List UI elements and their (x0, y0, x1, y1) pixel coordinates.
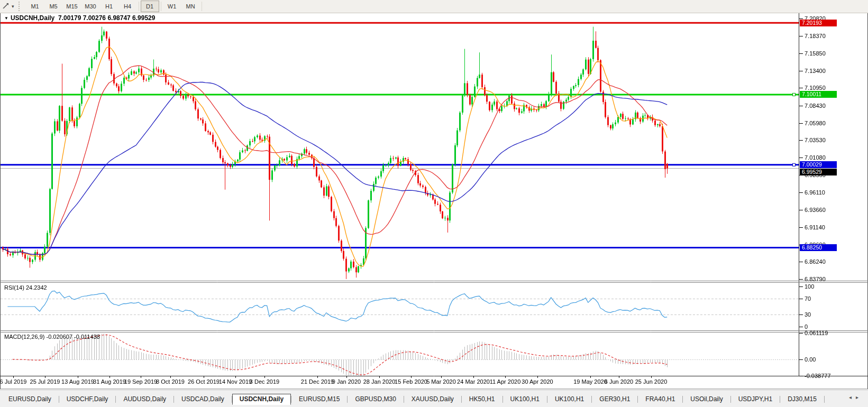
price-label-tag: 7.10011 (800, 91, 837, 98)
date-axis-label: 28 Jan 2020 (363, 378, 396, 385)
price-axis-tick: 6.83790 (805, 276, 852, 282)
date-axis-label: 25 Jul 2019 (30, 378, 60, 385)
price-axis-tick: 6.93660 (805, 207, 852, 213)
price-axis-tick: 7.03530 (805, 137, 852, 143)
timeframe-button-M1[interactable]: M1 (26, 1, 44, 12)
timeframe-button-M15[interactable]: M15 (63, 1, 81, 12)
tab-GBPUSD-M30[interactable]: GBPUSD,M30 (348, 394, 403, 404)
date-axis-label: 14 Nov 2019 (219, 378, 252, 385)
timeframe-button-D1[interactable]: D1 (141, 1, 159, 12)
price-axis-tick: 6.91140 (805, 224, 852, 230)
date-axis-label: 26 Oct 2019 (188, 378, 220, 385)
tab-EURUSD-Daily[interactable]: EURUSD,Daily (1, 394, 59, 404)
chart-window[interactable]: ▼USDCNH,Daily 7.00179 7.00276 6.98747 6.… (0, 13, 868, 389)
toolbar-separator (161, 2, 161, 11)
tab-USDCNH-Daily[interactable]: USDCNH,Daily (232, 394, 291, 405)
date-axis-label: 15 Feb 2020 (395, 378, 427, 385)
date-axis-label: 25 Jun 2020 (635, 378, 668, 385)
timeframe-button-H1[interactable]: H1 (100, 1, 118, 12)
tab-UK100-H1[interactable]: UK100,H1 (547, 394, 591, 404)
date-axis-label: 9 Jan 2020 (332, 378, 361, 385)
rsi-axis-tick: 70 (805, 295, 852, 302)
collapse-triangle-icon[interactable]: ▼ (4, 16, 8, 21)
chart-title: ▼USDCNH,Daily 7.00179 7.00276 6.98747 6.… (4, 14, 155, 22)
macd-axis-tick: -0.038777 (805, 373, 852, 379)
tab-AUDUSD-Daily[interactable]: AUDUSD,Daily (116, 394, 173, 404)
top-toolbar: ▾ M1M5M15M30H1H4D1W1MN (0, 0, 868, 13)
price-axis-tick: 6.86240 (805, 258, 852, 265)
price-axis-tick: 7.13400 (805, 68, 852, 74)
timeframe-button-MN[interactable]: MN (181, 1, 200, 12)
chevron-down-icon[interactable]: ▾ (12, 4, 14, 9)
cursor-tool-icon (2, 2, 10, 12)
rsi-axis-tick: 100 (805, 283, 852, 290)
date-axis-label: 6 Jul 2019 (0, 378, 26, 385)
date-axis-label: 5 Mar 2020 (426, 378, 456, 385)
tab-separator (824, 396, 825, 403)
price-label-tag: 7.20193 (800, 20, 837, 26)
tab-DJ30-M15[interactable]: DJ30,M15 (780, 394, 824, 404)
macd-axis-tick: 0.061119 (805, 330, 852, 336)
tab-HK50-H1[interactable]: HK50,H1 (462, 394, 502, 404)
chart-canvas[interactable] (0, 13, 868, 389)
rsi-indicator-label: RSI(14) 24.2342 (4, 284, 47, 291)
chart-tab-bar: EURUSD,DailyUSDCHF,DailyAUDUSD,DailyUSDC… (0, 390, 868, 407)
toolbar-grip-handle[interactable] (19, 2, 23, 11)
chart-symbol-period: USDCNH,Daily (11, 14, 54, 22)
date-axis-label: 19 May 2020 (573, 378, 607, 385)
tabs-scroll-right-icon[interactable]: ▸ (856, 394, 863, 400)
macd-axis-tick: 0.00 (805, 356, 852, 363)
current-price-tag: 6.99529 (800, 169, 837, 175)
tab-USOil-Daily[interactable]: USOil,Daily (683, 394, 730, 404)
toolbar-separator (139, 2, 139, 11)
tab-UK100-H1[interactable]: UK100,H1 (503, 394, 547, 404)
date-axis-label: 31 Aug 2019 (93, 378, 126, 385)
timeframe-button-M30[interactable]: M30 (81, 1, 100, 12)
chart-ohlc-values: 7.00179 7.00276 6.98747 6.99529 (58, 14, 156, 22)
cursor-tool-button[interactable]: ▾ (0, 2, 16, 12)
date-axis-label: 13 Aug 2019 (61, 378, 94, 385)
price-axis-tick: 7.01080 (805, 154, 852, 161)
tab-XAUUSD-Daily[interactable]: XAUUSD,Daily (404, 394, 461, 404)
rsi-axis-tick: 0 (805, 323, 852, 330)
date-axis-label: 24 Mar 2020 (457, 378, 490, 385)
macd-indicator-label: MACD(12,26,9) -0.020607 -0.011438 (4, 334, 100, 340)
date-axis-label: 30 Apr 2020 (522, 378, 553, 385)
tab-GER30-H1[interactable]: GER30,H1 (592, 394, 637, 404)
price-axis-tick: 7.15850 (805, 50, 852, 57)
tab-USDCHF-Daily[interactable]: USDCHF,Daily (59, 394, 116, 404)
date-axis-label: 21 Dec 2019 (301, 378, 334, 385)
price-axis-tick: 7.10950 (805, 85, 852, 91)
toolbar-separator (202, 2, 202, 11)
price-label-tag: 7.00029 (800, 161, 837, 168)
timeframe-button-H4[interactable]: H4 (118, 1, 137, 12)
date-axis-label: 19 Sep 2019 (124, 378, 157, 385)
date-axis-label: 8 Oct 2019 (156, 378, 185, 385)
price-axis-tick: 6.96110 (805, 189, 852, 196)
tab-USDCAD-Daily[interactable]: USDCAD,Daily (174, 394, 232, 404)
tab-EURUSD-M15[interactable]: EURUSD,M15 (291, 394, 347, 404)
date-axis-label: 3 Dec 2019 (250, 378, 279, 385)
price-axis-tick: 7.18370 (805, 33, 852, 39)
date-axis-label: 11 Apr 2020 (490, 378, 521, 385)
tabs-scroll-left-icon[interactable]: ◂ (849, 394, 856, 400)
rsi-axis-tick: 30 (805, 311, 852, 318)
price-axis-tick: 7.08430 (805, 103, 852, 109)
price-label-tag: 6.88250 (800, 244, 837, 251)
timeframe-button-W1[interactable]: W1 (163, 1, 181, 12)
tab-USDJPY-H1[interactable]: USDJPY,H1 (731, 394, 780, 404)
timeframe-button-M5[interactable]: M5 (44, 1, 63, 12)
date-axis-label: 6 Jun 2020 (605, 378, 633, 385)
price-axis-tick: 7.05980 (805, 120, 852, 126)
tab-FRA40-H1[interactable]: FRA40,H1 (638, 394, 682, 404)
